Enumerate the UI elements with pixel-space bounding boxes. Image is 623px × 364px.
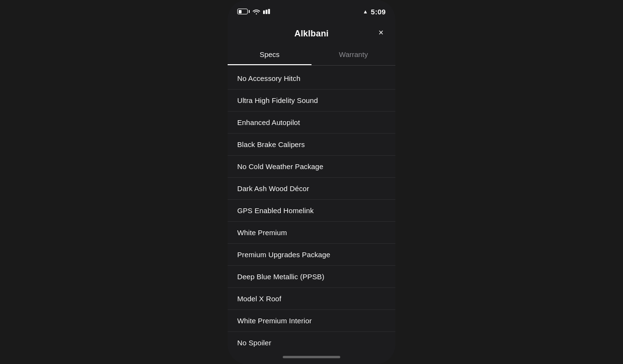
warranty-tab-label: Warranty [339,50,368,58]
home-bar [283,356,340,358]
svg-rect-1 [265,10,267,14]
wifi-icon [253,9,260,14]
spec-item-9: Premium Upgrades Package [228,244,395,266]
specs-tab-label: Specs [260,50,280,58]
phone-frame: ▲ 5:09 AlkIbani × Specs Warranty No Acce… [228,0,395,364]
spec-item-12: White Premium Interior [228,310,395,332]
signal-icon [263,9,272,14]
spec-item-11: Model X Roof [228,288,395,310]
status-right: ▲ 5:09 [363,8,386,16]
modal-header: AlkIbani × [228,21,395,45]
time-display: 5:09 [371,8,386,16]
location-icon: ▲ [363,9,368,14]
modal-content: AlkIbani × Specs Warranty No Accessory H… [228,21,395,350]
spec-item-8: White Premium [228,222,395,244]
svg-rect-0 [263,11,265,14]
spec-item-3: Enhanced Autopilot [228,112,395,134]
tab-warranty[interactable]: Warranty [312,45,395,65]
spec-item-4: Black Brake Calipers [228,134,395,156]
spec-item-13: No Spoiler [228,332,395,350]
svg-rect-2 [268,9,270,14]
modal-title: AlkIbani [294,29,329,39]
tabs-container: Specs Warranty [228,45,395,66]
close-icon: × [379,28,384,38]
spec-item-10: Deep Blue Metallic (PPSB) [228,266,395,288]
specs-list: No Accessory Hitch Ultra High Fidelity S… [228,68,395,350]
spec-item-6: Dark Ash Wood Décor [228,178,395,200]
spec-item-7: GPS Enabled Homelink [228,200,395,222]
spec-item-1: No Accessory Hitch [228,68,395,90]
battery-icon [237,9,250,14]
tab-specs[interactable]: Specs [228,45,312,65]
close-button[interactable]: × [374,26,388,40]
home-indicator [228,350,395,364]
status-left [237,9,272,14]
spec-item-2: Ultra High Fidelity Sound [228,90,395,112]
status-bar: ▲ 5:09 [228,0,395,21]
spec-item-5: No Cold Weather Package [228,156,395,178]
